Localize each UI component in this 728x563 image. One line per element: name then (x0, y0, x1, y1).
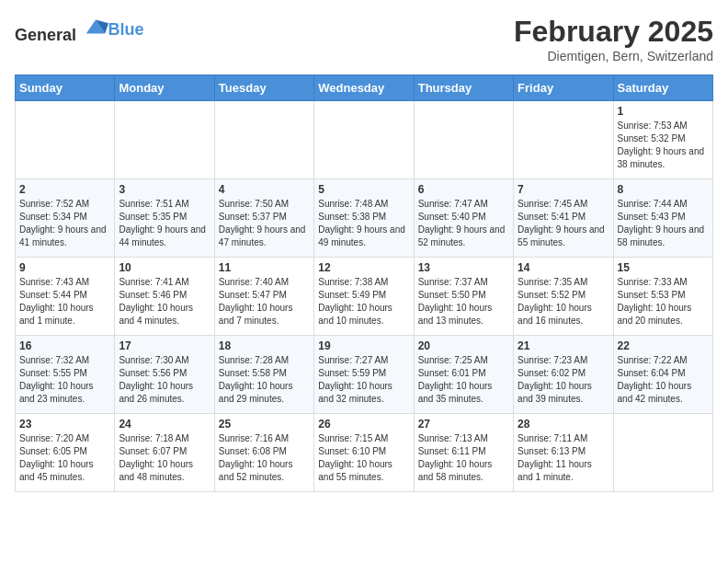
day-cell: 18Sunrise: 7:28 AM Sunset: 5:58 PM Dayli… (214, 336, 313, 414)
day-cell: 4Sunrise: 7:50 AM Sunset: 5:37 PM Daylig… (214, 179, 313, 258)
day-cell: 16Sunrise: 7:32 AM Sunset: 5:55 PM Dayli… (16, 336, 115, 414)
day-info: Sunrise: 7:11 AM Sunset: 6:13 PM Dayligh… (518, 432, 609, 484)
day-cell: 5Sunrise: 7:48 AM Sunset: 5:38 PM Daylig… (314, 179, 414, 258)
day-info: Sunrise: 7:22 AM Sunset: 6:04 PM Dayligh… (618, 354, 709, 406)
day-number: 8 (618, 183, 709, 196)
logo-text-blue: Blue (108, 20, 144, 39)
weekday-header-row: SundayMondayTuesdayWednesdayThursdayFrid… (16, 75, 713, 101)
day-cell (613, 414, 712, 492)
day-info: Sunrise: 7:37 AM Sunset: 5:50 PM Dayligh… (418, 276, 509, 327)
week-row-2: 2Sunrise: 7:52 AM Sunset: 5:34 PM Daylig… (16, 179, 713, 258)
day-info: Sunrise: 7:41 AM Sunset: 5:46 PM Dayligh… (119, 276, 210, 327)
day-cell: 14Sunrise: 7:35 AM Sunset: 5:52 PM Dayli… (514, 258, 613, 336)
calendar-table: SundayMondayTuesdayWednesdayThursdayFrid… (15, 75, 713, 492)
day-cell: 27Sunrise: 7:13 AM Sunset: 6:11 PM Dayli… (414, 414, 513, 492)
day-number: 2 (19, 183, 110, 196)
day-info: Sunrise: 7:47 AM Sunset: 5:40 PM Dayligh… (418, 198, 509, 249)
day-cell (314, 101, 414, 179)
day-cell: 8Sunrise: 7:44 AM Sunset: 5:43 PM Daylig… (613, 179, 712, 258)
day-cell: 21Sunrise: 7:23 AM Sunset: 6:02 PM Dayli… (514, 336, 613, 414)
day-info: Sunrise: 7:40 AM Sunset: 5:47 PM Dayligh… (219, 276, 310, 327)
day-info: Sunrise: 7:25 AM Sunset: 6:01 PM Dayligh… (418, 354, 509, 406)
day-info: Sunrise: 7:43 AM Sunset: 5:44 PM Dayligh… (19, 276, 110, 327)
day-info: Sunrise: 7:52 AM Sunset: 5:34 PM Dayligh… (19, 198, 110, 249)
day-number: 28 (518, 418, 609, 431)
day-number: 13 (418, 261, 509, 274)
header: General Blue February 2025 Diemtigen, Be… (15, 15, 713, 63)
day-cell: 11Sunrise: 7:40 AM Sunset: 5:47 PM Dayli… (214, 258, 313, 336)
day-cell: 9Sunrise: 7:43 AM Sunset: 5:44 PM Daylig… (16, 258, 115, 336)
weekday-header-tuesday: Tuesday (214, 75, 313, 101)
day-cell (115, 101, 214, 179)
day-cell: 13Sunrise: 7:37 AM Sunset: 5:50 PM Dayli… (414, 258, 513, 336)
day-number: 12 (318, 261, 409, 274)
day-cell (214, 101, 313, 179)
calendar-title: February 2025 (514, 15, 713, 49)
day-cell (16, 101, 115, 179)
weekday-header-monday: Monday (115, 75, 214, 101)
day-number: 26 (318, 418, 409, 431)
day-cell (514, 101, 613, 179)
day-number: 3 (119, 183, 210, 196)
day-cell: 26Sunrise: 7:15 AM Sunset: 6:10 PM Dayli… (314, 414, 414, 492)
day-number: 20 (418, 339, 509, 352)
day-cell: 20Sunrise: 7:25 AM Sunset: 6:01 PM Dayli… (414, 336, 513, 414)
weekday-header-wednesday: Wednesday (314, 75, 414, 101)
day-info: Sunrise: 7:51 AM Sunset: 5:35 PM Dayligh… (119, 198, 210, 249)
day-cell: 25Sunrise: 7:16 AM Sunset: 6:08 PM Dayli… (214, 414, 313, 492)
week-row-3: 9Sunrise: 7:43 AM Sunset: 5:44 PM Daylig… (16, 258, 713, 336)
day-cell: 12Sunrise: 7:38 AM Sunset: 5:49 PM Dayli… (314, 258, 414, 336)
day-cell: 24Sunrise: 7:18 AM Sunset: 6:07 PM Dayli… (115, 414, 214, 492)
day-number: 27 (418, 418, 509, 431)
day-info: Sunrise: 7:27 AM Sunset: 5:59 PM Dayligh… (318, 354, 409, 406)
day-cell: 3Sunrise: 7:51 AM Sunset: 5:35 PM Daylig… (115, 179, 214, 258)
day-info: Sunrise: 7:48 AM Sunset: 5:38 PM Dayligh… (318, 198, 409, 249)
day-info: Sunrise: 7:45 AM Sunset: 5:41 PM Dayligh… (518, 198, 609, 249)
day-cell: 17Sunrise: 7:30 AM Sunset: 5:56 PM Dayli… (115, 336, 214, 414)
day-cell: 28Sunrise: 7:11 AM Sunset: 6:13 PM Dayli… (514, 414, 613, 492)
day-number: 21 (518, 339, 609, 352)
day-number: 17 (119, 339, 210, 352)
day-info: Sunrise: 7:32 AM Sunset: 5:55 PM Dayligh… (19, 354, 110, 406)
day-number: 15 (618, 261, 709, 274)
week-row-5: 23Sunrise: 7:20 AM Sunset: 6:05 PM Dayli… (16, 414, 713, 492)
day-cell (414, 101, 513, 179)
day-info: Sunrise: 7:38 AM Sunset: 5:49 PM Dayligh… (318, 276, 409, 327)
logo: General Blue (15, 15, 144, 45)
day-info: Sunrise: 7:33 AM Sunset: 5:53 PM Dayligh… (618, 276, 709, 327)
day-number: 24 (119, 418, 210, 431)
day-number: 25 (219, 418, 310, 431)
day-number: 7 (518, 183, 609, 196)
day-info: Sunrise: 7:20 AM Sunset: 6:05 PM Dayligh… (19, 432, 110, 484)
calendar-subtitle: Diemtigen, Bern, Switzerland (514, 49, 713, 63)
weekday-header-friday: Friday (514, 75, 613, 101)
logo-icon (83, 15, 108, 40)
day-info: Sunrise: 7:30 AM Sunset: 5:56 PM Dayligh… (119, 354, 210, 406)
day-info: Sunrise: 7:28 AM Sunset: 5:58 PM Dayligh… (219, 354, 310, 406)
weekday-header-thursday: Thursday (414, 75, 513, 101)
day-cell: 19Sunrise: 7:27 AM Sunset: 5:59 PM Dayli… (314, 336, 414, 414)
week-row-4: 16Sunrise: 7:32 AM Sunset: 5:55 PM Dayli… (16, 336, 713, 414)
day-number: 23 (19, 418, 110, 431)
weekday-header-saturday: Saturday (613, 75, 712, 101)
day-cell: 23Sunrise: 7:20 AM Sunset: 6:05 PM Dayli… (16, 414, 115, 492)
day-info: Sunrise: 7:23 AM Sunset: 6:02 PM Dayligh… (518, 354, 609, 406)
day-number: 5 (318, 183, 409, 196)
day-number: 6 (418, 183, 509, 196)
day-number: 14 (518, 261, 609, 274)
day-number: 16 (19, 339, 110, 352)
day-cell: 6Sunrise: 7:47 AM Sunset: 5:40 PM Daylig… (414, 179, 513, 258)
day-cell: 10Sunrise: 7:41 AM Sunset: 5:46 PM Dayli… (115, 258, 214, 336)
day-number: 22 (618, 339, 709, 352)
logo-text-general: General (15, 26, 76, 44)
day-cell: 15Sunrise: 7:33 AM Sunset: 5:53 PM Dayli… (613, 258, 712, 336)
week-row-1: 1Sunrise: 7:53 AM Sunset: 5:32 PM Daylig… (16, 101, 713, 179)
day-number: 11 (219, 261, 310, 274)
day-cell: 1Sunrise: 7:53 AM Sunset: 5:32 PM Daylig… (613, 101, 712, 179)
day-number: 18 (219, 339, 310, 352)
day-number: 10 (119, 261, 210, 274)
day-info: Sunrise: 7:44 AM Sunset: 5:43 PM Dayligh… (618, 198, 709, 249)
day-info: Sunrise: 7:35 AM Sunset: 5:52 PM Dayligh… (518, 276, 609, 327)
day-cell: 7Sunrise: 7:45 AM Sunset: 5:41 PM Daylig… (514, 179, 613, 258)
day-number: 9 (19, 261, 110, 274)
